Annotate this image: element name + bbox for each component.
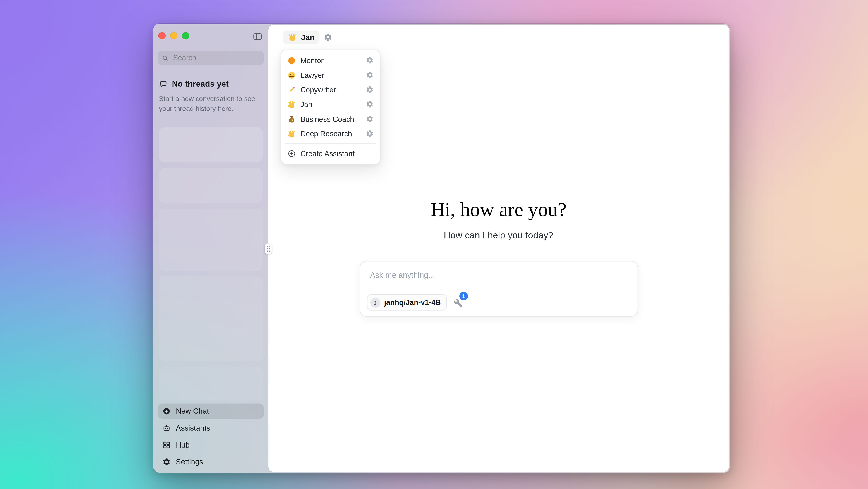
thread-skeleton xyxy=(159,276,262,361)
thread-skeleton xyxy=(159,127,262,162)
tools-count-badge: 1 xyxy=(459,292,468,300)
sidebar: No threads yet Start a new conversation … xyxy=(153,24,268,473)
assistant-selector[interactable]: Jan xyxy=(283,30,320,44)
assistant-menu: Mentor Lawyer xyxy=(281,50,380,164)
wave-emoji-icon xyxy=(287,129,296,137)
thread-skeleton xyxy=(159,168,262,203)
assistant-gear-icon[interactable] xyxy=(366,71,374,79)
sidebar-item-label: Hub xyxy=(176,441,190,449)
assistant-menu-item-jan[interactable]: Jan xyxy=(284,97,377,112)
assistants-icon xyxy=(162,424,171,432)
gear-icon xyxy=(162,458,171,466)
greeting: Hi, how are you? How can I help you toda… xyxy=(268,198,729,241)
money-bag-emoji-icon: $ xyxy=(287,115,296,123)
composer-toolbar: J janhq/Jan-v1-4B 1 xyxy=(367,294,463,311)
window-controls xyxy=(158,32,189,39)
tools-button[interactable]: 1 xyxy=(454,298,463,307)
zoom-button[interactable] xyxy=(182,32,189,39)
greeting-title: Hi, how are you? xyxy=(268,198,729,221)
assistant-gear-icon[interactable] xyxy=(366,130,374,137)
assistant-selector-label: Jan xyxy=(301,33,314,42)
assistant-gear-icon[interactable] xyxy=(366,86,374,93)
assistant-menu-item-business-coach[interactable]: $ Business Coach xyxy=(284,112,377,126)
assistant-menu-label: Mentor xyxy=(301,56,323,64)
svg-text:$: $ xyxy=(290,118,293,122)
thread-skeleton xyxy=(159,209,262,271)
assistant-gear-icon[interactable] xyxy=(366,56,374,64)
wrench-icon xyxy=(454,299,463,308)
create-assistant-label: Create Assistant xyxy=(301,149,354,158)
pencil-emoji-icon xyxy=(287,85,296,94)
menu-divider xyxy=(285,143,376,144)
assistant-settings-gear-icon[interactable] xyxy=(323,33,333,42)
hub-icon xyxy=(162,441,171,449)
assistant-menu-item-copywriter[interactable]: Copywriter xyxy=(284,82,377,97)
assistant-menu-label: Business Coach xyxy=(301,115,354,123)
sidebar-item-label: New Chat xyxy=(176,407,209,415)
empty-threads-subtitle: Start a new conversation to see your thr… xyxy=(159,93,258,114)
sidebar-item-new-chat[interactable]: New Chat xyxy=(158,404,264,419)
plus-circle-icon xyxy=(287,149,296,158)
search-icon xyxy=(162,54,169,61)
sidebar-item-label: Settings xyxy=(176,458,203,466)
sidebar-toggle-icon[interactable] xyxy=(252,31,262,42)
sidebar-item-label: Assistants xyxy=(176,424,210,432)
app-window: No threads yet Start a new conversation … xyxy=(153,24,730,473)
sidebar-item-settings[interactable]: Settings xyxy=(158,454,264,469)
sidebar-item-hub[interactable]: Hub xyxy=(158,437,264,453)
sidebar-item-assistants[interactable]: Assistants xyxy=(158,420,264,435)
model-name: janhq/Jan-v1-4B xyxy=(384,298,441,307)
wave-emoji-icon xyxy=(288,33,297,42)
grip-dots-icon xyxy=(266,245,270,251)
thread-skeletons xyxy=(159,127,262,406)
assistant-menu-label: Copywriter xyxy=(301,85,336,94)
assistant-menu-item-lawyer[interactable]: Lawyer xyxy=(284,68,377,83)
empty-threads-state: No threads yet Start a new conversation … xyxy=(159,80,258,114)
main-header: Jan xyxy=(268,25,729,50)
model-selector[interactable]: J janhq/Jan-v1-4B xyxy=(367,294,447,311)
model-avatar: J xyxy=(370,297,380,307)
wave-emoji-icon xyxy=(287,100,296,109)
chat-input[interactable] xyxy=(369,270,630,280)
search-box[interactable] xyxy=(158,51,264,65)
sidebar-nav: New Chat Assistants Hu xyxy=(158,402,264,469)
close-button[interactable] xyxy=(158,32,166,39)
empty-threads-title: No threads yet xyxy=(172,80,229,89)
chat-bubble-icon xyxy=(159,80,167,88)
thread-skeleton xyxy=(159,366,262,400)
new-chat-icon xyxy=(162,407,171,415)
desktop-background: No threads yet Start a new conversation … xyxy=(0,0,868,489)
zipper-mouth-emoji-icon xyxy=(287,71,296,79)
create-assistant-button[interactable]: Create Assistant xyxy=(284,146,377,161)
orange-circle-emoji-icon xyxy=(287,56,296,64)
greeting-subtitle: How can I help you today? xyxy=(268,230,729,241)
assistant-menu-item-mentor[interactable]: Mentor xyxy=(284,53,377,68)
assistant-menu-label: Lawyer xyxy=(301,71,324,79)
composer-card: J janhq/Jan-v1-4B 1 xyxy=(359,261,638,317)
assistant-menu-label: Deep Research xyxy=(301,129,352,137)
assistant-menu-item-deep-research[interactable]: Deep Research xyxy=(284,126,377,141)
assistant-gear-icon[interactable] xyxy=(366,115,374,123)
main-panel: Jan Mentor xyxy=(268,25,729,472)
pane-resize-handle[interactable] xyxy=(265,244,272,254)
assistant-menu-label: Jan xyxy=(301,100,312,109)
minimize-button[interactable] xyxy=(170,32,178,39)
search-input[interactable] xyxy=(172,53,260,62)
assistant-gear-icon[interactable] xyxy=(366,100,374,108)
